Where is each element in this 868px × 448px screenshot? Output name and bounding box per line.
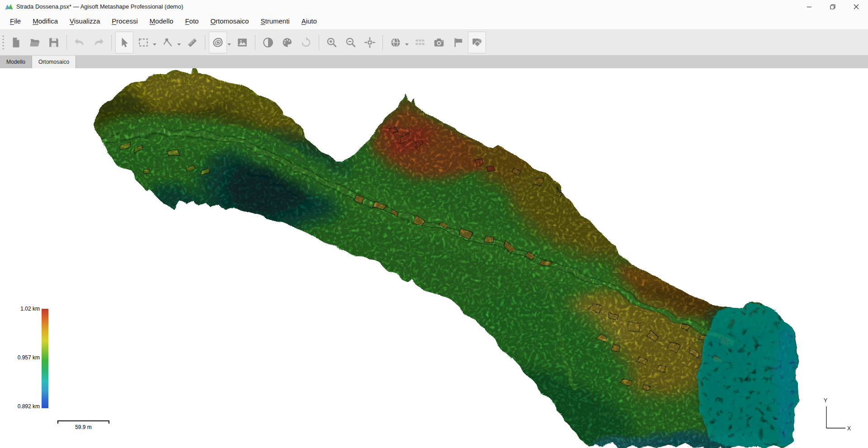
menu-ortomosaico[interactable]: Ortomosaico [204,13,255,29]
palette-icon [281,37,293,48]
toolbar [0,30,868,56]
shapes-icon [471,37,483,48]
scale-bar-line [57,420,109,424]
basemap-button-dropdown[interactable] [405,43,409,46]
tab-ortomosaico[interactable]: Ortomosaico [32,56,76,68]
view-tabs: ModelloOrtomosaico [0,56,868,68]
rotate-icon [300,37,312,48]
save-button[interactable] [45,32,63,53]
zoom-in-icon [326,37,338,48]
flag-icon [452,37,464,48]
globe-icon [390,37,401,48]
dem-terrain-render [0,68,868,448]
restore-button[interactable] [821,0,844,13]
toolbar-separator [111,35,112,50]
menu-processi[interactable]: Processi [106,13,144,29]
toolbar-grip[interactable] [0,33,6,52]
elevation-legend: 1.02 km 0.957 km 0.892 km [16,305,52,412]
menu-visualizza[interactable]: Visualizza [64,13,106,29]
show-shapes-button[interactable] [468,32,486,53]
zoom-out-icon [345,37,357,48]
axis-gizmo: Y X [816,397,862,438]
rect-select-icon [137,37,149,48]
menu-modifica[interactable]: Modifica [27,13,64,29]
fit-view-button[interactable] [361,32,379,53]
ruler-button[interactable] [183,32,201,53]
polyline-icon [162,37,174,48]
menu-modello[interactable]: Modello [144,13,179,29]
camera-icon [433,37,445,48]
contrast-icon [262,37,274,48]
draw-polyline-button[interactable] [159,32,177,53]
dem-view-button[interactable] [209,32,227,53]
new-document-icon [10,37,22,48]
axis-y-label: Y [824,397,827,404]
image-icon [236,37,248,48]
fit-view-icon [364,37,376,48]
tab-modello[interactable]: Modello [0,56,32,68]
contours-icon [212,37,224,48]
legend-tick-min: 0.892 km [8,403,40,410]
axis-lines [816,397,862,438]
axis-x-label: X [847,425,851,432]
rectangle-selection-button[interactable] [134,32,152,53]
title-bar: Strada Dossena.psx* — Agisoft Metashape … [0,0,868,13]
orthophoto-view-button[interactable] [233,32,251,53]
basemap-button[interactable] [387,32,405,53]
folder-open-icon [29,37,41,48]
ruler-icon [186,37,198,48]
legend-tick-mid: 0.957 km [8,354,40,361]
dem-view-button-dropdown[interactable] [227,43,231,46]
markers-button[interactable] [449,32,467,53]
brightness-contrast-button[interactable] [259,32,277,53]
menu-aiuto[interactable]: Aiuto [296,13,323,29]
open-button[interactable] [26,32,44,53]
zoom-out-button[interactable] [342,32,360,53]
save-icon [48,37,60,48]
rotate-view-button [297,32,315,53]
redo-button [90,32,108,53]
color-correction-button[interactable] [278,32,296,53]
menu-file[interactable]: File [4,13,27,29]
menu-strumenti[interactable]: Strumenti [255,13,295,29]
draw-polyline-button-dropdown[interactable] [177,43,181,46]
legend-colorbar [42,309,48,408]
close-button[interactable] [844,0,868,13]
legend-tick-max: 1.02 km [8,306,40,312]
navigation-button[interactable] [115,32,133,53]
tiled-model-button [411,32,429,53]
toolbar-separator [255,35,255,50]
toolbar-separator [319,35,319,50]
window-title: Strada Dossena.psx* — Agisoft Metashape … [16,3,183,10]
scale-bar-label: 59.9 m [57,424,109,430]
toolbar-separator [66,35,67,50]
menu-foto[interactable]: Foto [179,13,204,29]
undo-button [71,32,89,53]
model-viewport[interactable]: 1.02 km 0.957 km 0.892 km 59.9 m Y X [0,68,868,448]
redo-icon [93,37,104,48]
rectangle-selection-button-dropdown[interactable] [153,43,156,46]
toolbar-separator [382,35,383,50]
app-logo-icon [5,3,13,10]
toolbar-separator [205,35,205,50]
tiles-icon [414,37,426,48]
menu-bar: FileModificaVisualizzaProcessiModelloFot… [0,13,868,30]
zoom-in-button[interactable] [323,32,341,53]
scale-bar: 59.9 m [57,420,109,430]
new-project-button[interactable] [7,32,25,53]
undo-icon [74,37,85,48]
cursor-arrow-icon [118,37,130,48]
capture-view-button[interactable] [430,32,448,53]
minimize-button[interactable] [797,0,821,13]
